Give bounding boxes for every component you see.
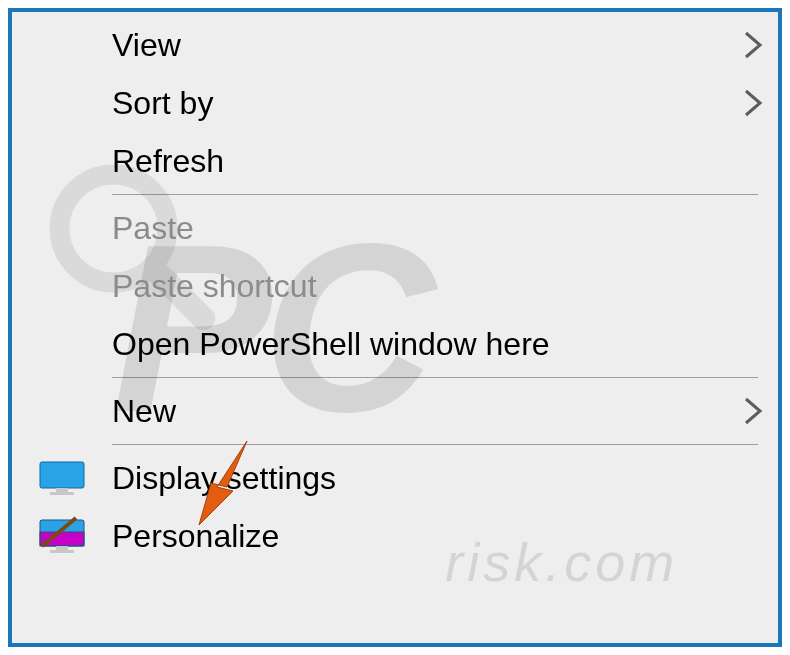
- submenu-chevron-icon: [728, 396, 778, 426]
- menu-item-view[interactable]: View: [12, 16, 778, 74]
- menu-item-refresh[interactable]: Refresh: [12, 132, 778, 190]
- menu-separator: [112, 444, 758, 445]
- menu-item-open-powershell[interactable]: Open PowerShell window here: [12, 315, 778, 373]
- menu-item-label: Open PowerShell window here: [112, 326, 728, 363]
- menu-item-label: Display settings: [112, 460, 728, 497]
- menu-item-label: Refresh: [112, 143, 728, 180]
- menu-separator: [112, 377, 758, 378]
- menu-item-label: Personalize: [112, 518, 728, 555]
- menu-item-label: Paste: [112, 210, 728, 247]
- svg-rect-4: [50, 492, 74, 495]
- menu-separator: [112, 194, 758, 195]
- svg-rect-9: [50, 550, 74, 553]
- menu-item-paste-shortcut: Paste shortcut: [12, 257, 778, 315]
- monitor-icon: [12, 458, 112, 498]
- menu-item-personalize[interactable]: Personalize: [12, 507, 778, 565]
- menu-item-display-settings[interactable]: Display settings: [12, 449, 778, 507]
- submenu-chevron-icon: [728, 88, 778, 118]
- context-menu: PC risk.com View Sort by Refresh Paste P…: [8, 8, 782, 647]
- svg-rect-3: [56, 488, 68, 492]
- menu-item-paste: Paste: [12, 199, 778, 257]
- menu-item-label: View: [112, 27, 728, 64]
- menu-item-new[interactable]: New: [12, 382, 778, 440]
- menu-item-label: New: [112, 393, 728, 430]
- menu-item-label: Sort by: [112, 85, 728, 122]
- menu-item-label: Paste shortcut: [112, 268, 728, 305]
- submenu-chevron-icon: [728, 30, 778, 60]
- svg-rect-8: [56, 546, 68, 550]
- personalize-icon: [12, 516, 112, 556]
- menu-item-sort-by[interactable]: Sort by: [12, 74, 778, 132]
- svg-rect-2: [40, 462, 84, 488]
